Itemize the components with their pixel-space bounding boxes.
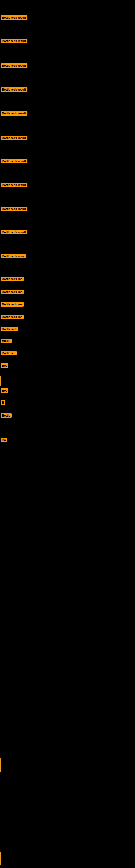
badge-8: Bottleneck result [1, 183, 27, 187]
badge-18: Bottlenec [1, 351, 17, 355]
badge-16: Bottleneck [1, 327, 18, 332]
badge-20: Bot [1, 389, 8, 393]
badge-19: Bot [1, 364, 8, 368]
badge-17: Bottle [1, 339, 12, 343]
badge-10: Bottleneck result [1, 230, 27, 235]
badge-21: B [1, 400, 5, 405]
badge-13: Bottleneck res [1, 290, 24, 294]
badge-7: Bottleneck result [1, 159, 27, 163]
line-2 [0, 758, 1, 772]
line-3 [0, 852, 1, 865]
badge-1: Bottleneck result [1, 16, 27, 20]
badge-15: Bottleneck res [1, 315, 24, 319]
badge-6: Bottleneck result [1, 135, 27, 140]
badge-9: Bottleneck result [1, 207, 27, 211]
badge-11: Bottleneck resu [1, 254, 26, 258]
badge-22: Bottle [1, 413, 12, 418]
badge-3: Bottleneck result [1, 63, 27, 68]
line-1 [0, 376, 1, 386]
badge-12: Bottleneck res [1, 277, 24, 281]
badge-2: Bottleneck result [1, 39, 27, 43]
badge-14: Bottleneck res [1, 302, 24, 307]
badge-23: Bo [1, 438, 7, 442]
badge-5: Bottleneck result [1, 111, 27, 116]
badge-4: Bottleneck result [1, 87, 27, 92]
